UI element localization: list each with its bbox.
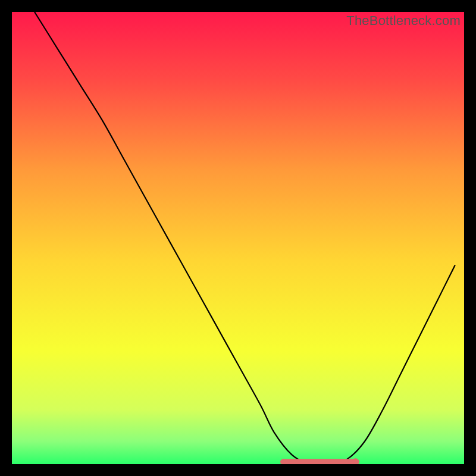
watermark-text: TheBottleneck.com: [346, 13, 461, 29]
gradient-background: [12, 12, 464, 464]
chart-frame: TheBottleneck.com: [12, 12, 464, 464]
plot-svg: [12, 12, 464, 464]
